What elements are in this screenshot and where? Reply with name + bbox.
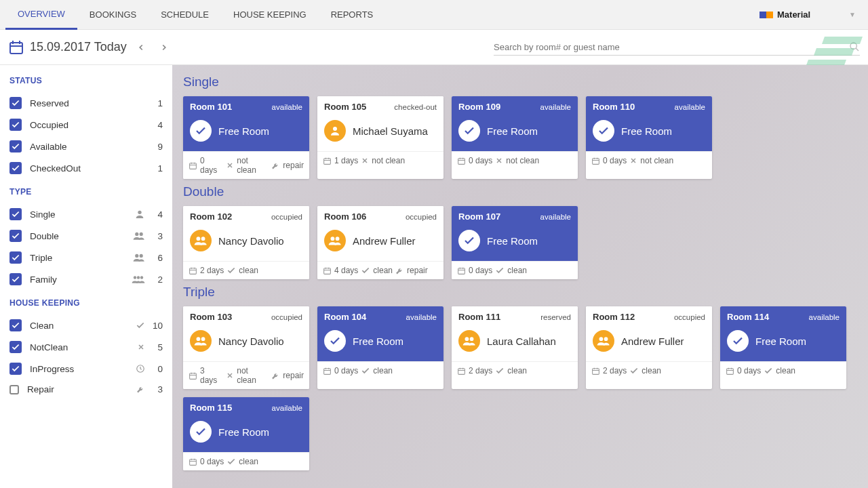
room-card[interactable]: Room 103occupiedNancy Davolio3 daysnot c…	[183, 306, 309, 389]
room-card[interactable]: Room 107availableFree Room0 daysclean	[452, 206, 578, 279]
next-day-button[interactable]	[155, 43, 173, 52]
svg-point-49	[336, 237, 340, 241]
room-card[interactable]: Room 104availableFree Room0 daysclean	[317, 306, 443, 389]
filter-available[interactable]: Available9	[9, 136, 163, 157]
room-name: Room 102	[190, 211, 232, 222]
filter-occupied[interactable]: Occupied4	[9, 114, 163, 136]
footer-text: 2 days	[469, 366, 492, 375]
svg-rect-44	[190, 268, 197, 274]
person-icon	[134, 209, 145, 220]
checkbox[interactable]	[9, 162, 22, 174]
svg-point-77	[604, 337, 608, 341]
checkbox[interactable]	[9, 97, 22, 109]
checkbox[interactable]	[9, 208, 22, 220]
room-card[interactable]: Room 101availableFree Room0 daysnot clea…	[183, 96, 309, 179]
svg-point-9	[135, 254, 138, 258]
svg-point-43	[201, 237, 205, 241]
guest-label: Free Room	[621, 125, 672, 137]
room-card[interactable]: Room 106occupiedAndrew Fuller4 daysclean…	[317, 206, 443, 279]
check-icon	[495, 366, 505, 375]
nav-tab-bookings[interactable]: BOOKINGS	[77, 0, 149, 30]
svg-point-8	[140, 232, 143, 236]
filter-single[interactable]: Single4	[9, 203, 163, 225]
room-card[interactable]: Room 112occupiedAndrew Fuller2 daysclean	[586, 306, 712, 389]
room-name: Room 111	[458, 312, 500, 322]
search-icon[interactable]	[849, 41, 860, 52]
room-status: available	[406, 313, 437, 321]
group-icon	[190, 330, 212, 352]
room-status: available	[272, 404, 302, 412]
room-card[interactable]: Room 115availableFree Room0 daysclean	[183, 397, 309, 470]
theme-selector[interactable]: Material ▼	[754, 7, 863, 22]
filter-count: 10	[151, 321, 163, 331]
svg-point-71	[470, 337, 474, 341]
room-card[interactable]: Room 105checked-outMichael Suyama1 daysn…	[317, 96, 443, 179]
svg-point-23	[333, 127, 337, 131]
filter-count: 5	[151, 342, 163, 352]
footer-text: clean	[239, 457, 258, 466]
filter-notclean[interactable]: NotClean5	[9, 336, 163, 358]
filter-repair[interactable]: Repair3	[9, 380, 163, 399]
check-circle-icon	[458, 230, 480, 251]
room-status: occupied	[271, 313, 302, 321]
filter-count: 3	[151, 384, 163, 394]
sidebar-group-title: HOUSE KEEPING	[9, 298, 163, 308]
filter-count: 1	[151, 98, 163, 108]
room-card[interactable]: Room 111reservedLaura Callahan2 daysclea…	[452, 306, 578, 389]
nav-tab-schedule[interactable]: SCHEDULE	[149, 0, 221, 30]
cal-icon	[591, 367, 600, 375]
checkbox[interactable]	[9, 341, 22, 353]
check-circle-icon	[190, 120, 212, 142]
guest-label: Free Room	[487, 235, 538, 247]
checkbox[interactable]	[9, 319, 22, 331]
nav-tab-reports[interactable]: REPORTS	[319, 0, 386, 30]
checkbox[interactable]	[9, 230, 22, 242]
filter-clean[interactable]: Clean10	[9, 314, 163, 336]
filter-triple[interactable]: Triple6	[9, 247, 163, 268]
footer-text: not clean	[506, 156, 539, 165]
filter-reserved[interactable]: Reserved1	[9, 92, 163, 114]
footer-text: clean	[507, 366, 527, 375]
footer-text: clean	[373, 266, 393, 275]
room-status: available	[675, 103, 705, 111]
section-title-triple: Triple	[183, 285, 857, 300]
room-card[interactable]: Room 110availableFree Room0 daysnot clea…	[586, 96, 712, 179]
footer-text: 0 days	[469, 266, 492, 275]
check-icon	[361, 266, 370, 275]
checkbox[interactable]	[9, 251, 22, 264]
footer-text: not clean	[237, 156, 269, 175]
filter-double[interactable]: Double3	[9, 225, 163, 247]
filter-label: Family	[30, 274, 132, 285]
svg-point-10	[140, 254, 143, 258]
checkbox[interactable]	[9, 385, 19, 394]
filter-count: 3	[151, 231, 163, 241]
check-circle-icon	[458, 120, 480, 142]
filter-checkedout[interactable]: CheckedOut1	[9, 157, 163, 179]
search-input[interactable]	[494, 42, 849, 52]
room-name: Room 104	[324, 312, 366, 322]
guest-label: Nancy Davolio	[218, 336, 284, 347]
nav-tab-overview[interactable]: OVERVIEW	[5, 0, 77, 30]
calendar-icon[interactable]	[8, 39, 24, 56]
check-circle-icon	[324, 330, 346, 352]
check-circle-icon	[727, 330, 749, 352]
checkbox[interactable]	[9, 119, 22, 131]
filter-inprogress[interactable]: InProgress0	[9, 358, 163, 380]
checkbox[interactable]	[9, 273, 22, 285]
room-status: available	[809, 313, 840, 321]
checkbox[interactable]	[9, 363, 22, 375]
nav-tab-house-keeping[interactable]: HOUSE KEEPING	[221, 0, 319, 30]
footer-text: 0 days	[737, 366, 761, 375]
room-card[interactable]: Room 102occupiedNancy Davolio2 daysclean	[183, 206, 309, 279]
filter-family[interactable]: Family2	[9, 268, 163, 290]
wrench-icon	[395, 266, 404, 275]
svg-point-13	[140, 276, 143, 279]
svg-rect-36	[593, 158, 599, 164]
room-card[interactable]: Room 114availableFree Room0 daysclean	[720, 306, 846, 389]
checkbox[interactable]	[9, 140, 22, 152]
cal-icon	[189, 266, 197, 275]
room-card[interactable]: Room 109availableFree Room0 daysnot clea…	[452, 96, 578, 179]
prev-day-button[interactable]	[132, 43, 150, 52]
room-status: occupied	[271, 213, 302, 221]
footer-text: clean	[642, 366, 661, 375]
